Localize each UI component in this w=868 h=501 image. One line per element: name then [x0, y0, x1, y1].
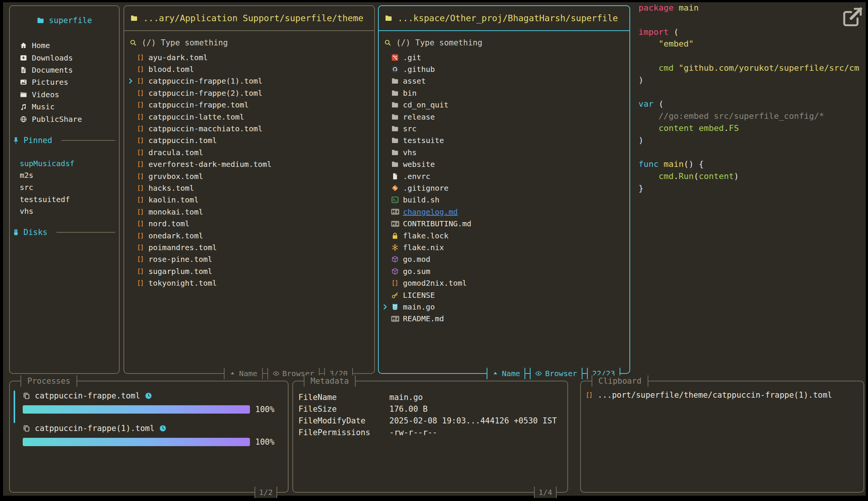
file-row-hacks.toml[interactable]: hacks.toml — [124, 182, 374, 194]
sidebar-item-publicshare[interactable]: PublicShare — [10, 113, 119, 125]
toml-icon — [137, 54, 144, 61]
file-row-.github[interactable]: .github — [379, 63, 629, 75]
file-row-main.go[interactable]: main.go — [379, 301, 629, 313]
file-row-rose-pine.toml[interactable]: rose-pine.toml — [124, 254, 374, 265]
file-row-catppuccin-latte.toml[interactable]: catppuccin-latte.toml — [124, 111, 374, 123]
file-row-vhs[interactable]: vhs — [379, 146, 629, 158]
package-icon — [391, 268, 399, 275]
file-name: ayu-dark.toml — [148, 53, 208, 62]
metadata-row: FileNamemain.go — [298, 391, 564, 403]
file-row-gomod2nix.toml[interactable]: gomod2nix.toml — [379, 277, 629, 289]
pinned-item-supmusicadsf[interactable]: supMusicadsf — [10, 157, 119, 170]
eye-icon — [535, 370, 542, 377]
file-row-.gitignore[interactable]: .gitignore — [379, 182, 629, 194]
file-row-nord.toml[interactable]: nord.toml — [124, 218, 374, 229]
code-token: ) — [734, 171, 739, 181]
file-name: monokai.toml — [148, 207, 203, 216]
file-row-testsuite[interactable]: testsuite — [379, 135, 629, 146]
pinned-item-m2s[interactable]: m2s — [10, 169, 119, 181]
pinned-section-header: Pinned — [12, 136, 115, 145]
sidebar-item-pictures[interactable]: Pictures — [10, 76, 119, 88]
file-row-ayu-dark.toml[interactable]: ayu-dark.toml — [124, 51, 374, 63]
file-row-blood.toml[interactable]: blood.toml — [124, 63, 374, 75]
file-name: sugarplum.toml — [148, 267, 212, 276]
file-row-gruvbox.toml[interactable]: gruvbox.toml — [124, 170, 374, 182]
section-divider — [56, 232, 115, 233]
file-row-flake.nix[interactable]: flake.nix — [379, 241, 629, 253]
search-input[interactable]: (/) Type something — [384, 37, 624, 48]
file-name: go.sum — [403, 267, 430, 276]
file-row-website[interactable]: website — [379, 159, 629, 170]
toml-icon — [389, 279, 401, 287]
clipboard-item-path: ...port/superfile/theme/catppuccin-frapp… — [598, 391, 832, 400]
file-row-tokyonight.toml[interactable]: tokyonight.toml — [124, 277, 374, 289]
file-row-catppuccin-frappe.toml[interactable]: catppuccin-frappe.toml — [124, 99, 374, 111]
code-token: content — [659, 123, 699, 133]
sidebar-item-home[interactable]: Home — [10, 39, 119, 51]
file-row-CONTRIBUTING.md[interactable]: CONTRIBUTING.md — [379, 218, 629, 229]
code-token: import — [639, 27, 674, 37]
clock-icon — [145, 392, 152, 400]
process-item[interactable]: catppuccin-frappe(1).toml100% — [10, 422, 288, 447]
toml-icon — [134, 244, 147, 251]
file-row-poimandres.toml[interactable]: poimandres.toml — [124, 241, 374, 253]
markdown-icon — [391, 316, 400, 322]
panel-path-header: ...ary/Application Support/superfile/the… — [124, 6, 374, 31]
app-title: superfile — [10, 16, 119, 25]
sidebar-item-downloads[interactable]: Downloads — [10, 51, 119, 64]
folder-icon — [130, 14, 138, 22]
pinned-item-testsuitedf[interactable]: testsuitedf — [10, 193, 119, 205]
file-name: catppuccin.toml — [148, 136, 217, 145]
external-link-icon[interactable] — [841, 6, 863, 28]
file-row-LICENSE[interactable]: LICENSE — [379, 289, 629, 301]
file-row-src[interactable]: src — [379, 123, 629, 134]
sidebar-item-music[interactable]: Music — [10, 101, 119, 113]
pinned-item-src[interactable]: src — [10, 181, 119, 193]
pinned-item-vhs[interactable]: vhs — [10, 205, 119, 217]
file-row-.envrc[interactable]: .envrc — [379, 170, 629, 182]
file-name: .github — [403, 65, 435, 74]
file-row-asset[interactable]: asset — [379, 75, 629, 87]
toml-icon — [137, 244, 144, 251]
file-row-monokai.toml[interactable]: monokai.toml — [124, 206, 374, 218]
file-row-flake.lock[interactable]: flake.lock — [379, 230, 629, 241]
copy-icon — [23, 425, 30, 432]
sidebar-item-videos[interactable]: Videos — [10, 89, 119, 101]
file-row-build.sh[interactable]: build.sh — [379, 194, 629, 206]
file-name: asset — [403, 76, 426, 86]
disk-icon — [12, 229, 20, 236]
file-row-README.md[interactable]: README.md — [379, 313, 629, 325]
sort-chip[interactable]: Name — [487, 368, 525, 379]
sort-chip[interactable]: Name — [224, 368, 262, 379]
file-name: .gitignore — [403, 184, 448, 193]
code-line: cmd "github.com/yorukot/superfile/src/cm — [639, 63, 868, 75]
file-row-.git[interactable]: .git — [379, 51, 629, 63]
file-row-sugarplum.toml[interactable]: sugarplum.toml — [124, 265, 374, 277]
file-row-catppuccin.toml[interactable]: catppuccin.toml — [124, 135, 374, 146]
file-row-everforest-dark-medium.toml[interactable]: everforest-dark-medium.toml — [124, 159, 374, 170]
file-row-catppuccin-macchiato.toml[interactable]: catppuccin-macchiato.toml — [124, 123, 374, 134]
eye-icon — [273, 370, 279, 377]
mode-chip[interactable]: Browser — [530, 368, 582, 379]
file-row-dracula.toml[interactable]: dracula.toml — [124, 146, 374, 158]
folder-icon — [389, 160, 401, 168]
file-row-kaolin.toml[interactable]: kaolin.toml — [124, 194, 374, 206]
file-row-cd_on_quit[interactable]: cd_on_quit — [379, 99, 629, 111]
file-row-catppuccin-frappe(1).toml[interactable]: catppuccin-frappe(1).toml — [124, 75, 374, 87]
file-row-go.sum[interactable]: go.sum — [379, 265, 629, 277]
process-item[interactable]: catppuccin-frappe.toml100% — [10, 390, 288, 414]
file-row-go.mod[interactable]: go.mod — [379, 254, 629, 265]
search-placeholder: (/) Type something — [396, 38, 482, 47]
file-row-onedark.toml[interactable]: onedark.toml — [124, 230, 374, 241]
sidebar-item-documents[interactable]: Documents — [10, 64, 119, 76]
file-row-release[interactable]: release — [379, 111, 629, 123]
file-name: catppuccin-latte.toml — [148, 112, 244, 121]
search-input[interactable]: (/) Type something — [130, 37, 369, 48]
file-row-catppuccin-frappe(2).toml[interactable]: catppuccin-frappe(2).toml — [124, 87, 374, 99]
metadata-rows: FileNamemain.goFileSize176.00 BFileModif… — [293, 381, 567, 438]
shell-icon — [389, 196, 401, 204]
documents-icon — [20, 66, 27, 74]
file-name: build.sh — [403, 195, 439, 204]
file-row-bin[interactable]: bin — [379, 87, 629, 99]
file-row-changelog.md[interactable]: changelog.md — [379, 206, 629, 218]
